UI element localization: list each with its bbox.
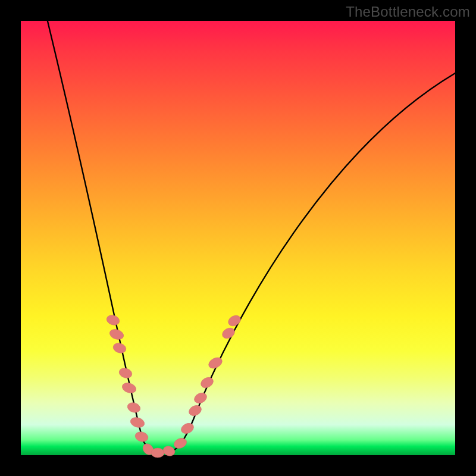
curve-markers xyxy=(105,314,242,458)
curve-marker xyxy=(187,403,203,418)
bottleneck-curve xyxy=(45,9,458,453)
plot-area xyxy=(21,21,455,455)
curve-marker xyxy=(221,326,237,341)
curve-marker xyxy=(199,375,215,390)
curve-marker xyxy=(129,416,145,429)
curve-marker xyxy=(134,431,149,443)
curve-marker xyxy=(105,314,121,327)
chart-frame: TheBottleneck.com xyxy=(0,0,476,476)
curve-marker xyxy=(126,401,142,414)
curve-marker xyxy=(193,391,209,405)
curve-marker xyxy=(118,367,133,380)
curve-marker xyxy=(108,328,125,342)
curve-marker xyxy=(112,342,127,355)
chart-svg xyxy=(21,21,455,455)
curve-marker xyxy=(121,381,137,395)
curve-marker xyxy=(173,436,189,450)
curve-marker xyxy=(226,314,242,328)
curve-marker xyxy=(151,448,164,458)
watermark-text: TheBottleneck.com xyxy=(346,4,470,20)
curve-marker xyxy=(180,421,196,436)
curve-marker xyxy=(162,444,176,458)
